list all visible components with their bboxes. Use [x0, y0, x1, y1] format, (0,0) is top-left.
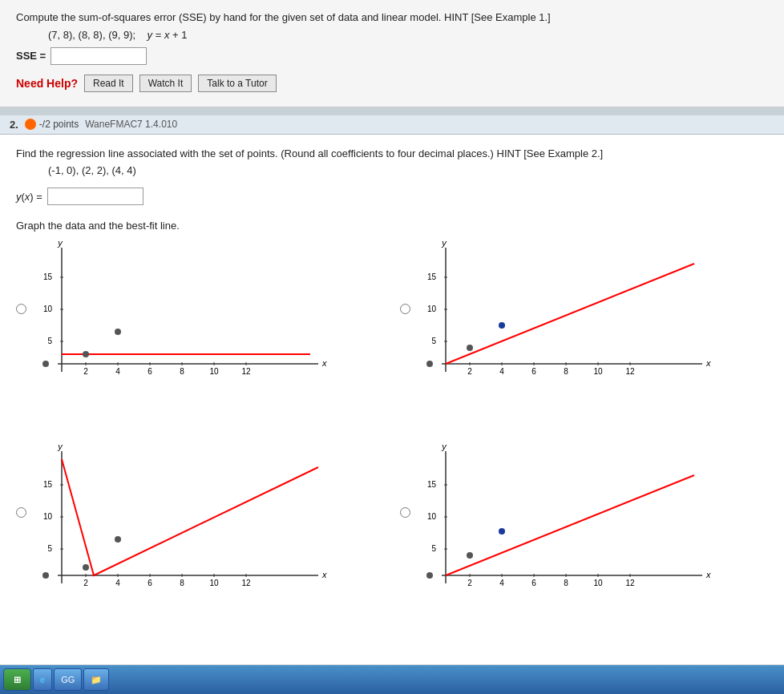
- sse-row: SSE =: [16, 47, 768, 65]
- svg-text:x: x: [321, 570, 327, 579]
- svg-text:12: 12: [241, 579, 251, 587]
- svg-text:6: 6: [148, 367, 152, 376]
- taskbar: ⊞ e GG 📁: [0, 665, 784, 694]
- svg-line-99: [446, 475, 694, 575]
- course-code: WaneFMAC7 1.4.010: [85, 119, 177, 130]
- problem-1-question: Compute the sum-of-squares error (SSE) b…: [16, 10, 768, 26]
- svg-point-25: [115, 329, 121, 335]
- graph-d-svg: y x 15 10 5 2 4 6 8 10: [414, 443, 768, 648]
- graph-section: Graph the data and the best-fit line. y …: [16, 220, 768, 648]
- svg-text:y: y: [57, 443, 63, 451]
- watch-it-button[interactable]: Watch It: [139, 75, 192, 92]
- graph-c-container: y x 15 10 5 2 4 6 8 10: [16, 443, 384, 648]
- graphs-grid: y x 15 10 5 2 4 6 8: [16, 240, 768, 648]
- taskbar-app-folder[interactable]: 📁: [83, 668, 109, 691]
- svg-point-24: [83, 351, 89, 357]
- svg-text:8: 8: [564, 367, 568, 376]
- svg-text:y: y: [441, 443, 447, 451]
- svg-text:y: y: [57, 240, 63, 248]
- problem-1-data: (7, 8), (8, 8), (9, 9); y = x + 1: [48, 29, 768, 41]
- graph-a-radio[interactable]: [16, 304, 26, 314]
- yx-row: y(x) =: [16, 188, 768, 205]
- points-circle-icon: [25, 119, 36, 130]
- svg-text:4: 4: [115, 367, 120, 376]
- taskbar-app-gg[interactable]: GG: [54, 668, 82, 691]
- sse-input[interactable]: [51, 47, 147, 65]
- read-it-button[interactable]: Read It: [84, 75, 133, 92]
- svg-point-76: [115, 536, 121, 543]
- svg-text:10: 10: [43, 305, 53, 313]
- svg-point-75: [83, 564, 89, 571]
- svg-point-101: [467, 552, 473, 559]
- problem-2-header: 2. -/2 points WaneFMAC7 1.4.010: [0, 115, 784, 135]
- section-divider: [0, 107, 784, 115]
- svg-text:10: 10: [593, 579, 603, 587]
- problem-2-body: Find the regression line associated with…: [0, 135, 784, 665]
- app-e-icon: e: [40, 675, 45, 684]
- svg-text:6: 6: [531, 579, 536, 587]
- graph-a-container: y x 15 10 5 2 4 6 8: [16, 240, 384, 435]
- svg-text:10: 10: [593, 367, 603, 376]
- svg-point-49: [426, 361, 433, 367]
- sse-label: SSE =: [16, 50, 46, 62]
- problem-1-section: Compute the sum-of-squares error (SSE) b…: [0, 0, 784, 107]
- app-gg-icon: GG: [61, 675, 75, 684]
- svg-text:12: 12: [625, 579, 635, 587]
- svg-text:12: 12: [241, 367, 251, 376]
- yx-input[interactable]: [47, 188, 143, 205]
- need-help-label: Need Help?: [16, 77, 78, 90]
- problem-2-question: Find the regression line associated with…: [16, 146, 768, 162]
- svg-text:10: 10: [209, 579, 219, 587]
- svg-point-74: [42, 572, 49, 579]
- svg-point-102: [499, 528, 505, 535]
- problem-2-data: (-1, 0), (2, 2), (4, 4): [48, 164, 768, 176]
- start-label: ⊞: [14, 675, 21, 685]
- svg-text:15: 15: [427, 272, 437, 281]
- svg-text:6: 6: [148, 579, 152, 587]
- svg-text:15: 15: [427, 480, 437, 489]
- problem-2-number: 2.: [10, 119, 18, 131]
- graph-a-svg: y x 15 10 5 2 4 6 8: [30, 240, 384, 435]
- svg-text:2: 2: [467, 579, 472, 587]
- svg-text:5: 5: [47, 337, 52, 345]
- svg-text:x: x: [321, 358, 327, 368]
- svg-text:15: 15: [43, 272, 53, 281]
- svg-text:5: 5: [47, 544, 52, 553]
- svg-point-51: [499, 322, 505, 329]
- q2-data-points: (-1, 0), (2, 2), (4, 4): [48, 164, 136, 176]
- graph-d-container: y x 15 10 5 2 4 6 8 10: [400, 443, 768, 648]
- svg-line-48: [446, 264, 694, 364]
- talk-to-tutor-button[interactable]: Talk to a Tutor: [198, 75, 276, 92]
- points-text: -/2 points: [39, 119, 79, 130]
- graph-b-container: y x 15 10 5 2 4 6 8 10: [400, 240, 768, 435]
- svg-text:10: 10: [209, 367, 219, 376]
- need-help-row: Need Help? Read It Watch It Talk to a Tu…: [16, 75, 768, 92]
- svg-text:8: 8: [564, 579, 568, 587]
- svg-text:10: 10: [427, 512, 437, 521]
- yx-label: y(x) =: [16, 191, 42, 203]
- taskbar-app-e[interactable]: e: [33, 668, 52, 691]
- svg-text:6: 6: [531, 367, 536, 376]
- svg-text:8: 8: [180, 367, 184, 376]
- svg-text:10: 10: [427, 305, 437, 313]
- svg-text:4: 4: [499, 367, 504, 376]
- svg-text:12: 12: [625, 367, 635, 376]
- svg-point-23: [42, 361, 49, 367]
- svg-text:2: 2: [83, 579, 88, 587]
- svg-text:5: 5: [431, 337, 436, 345]
- svg-text:8: 8: [180, 579, 184, 587]
- svg-point-50: [467, 345, 473, 351]
- points-badge: -/2 points: [25, 119, 79, 130]
- graph-instructions: Graph the data and the best-fit line.: [16, 220, 768, 232]
- graph-c-svg: y x 15 10 5 2 4 6 8 10: [30, 443, 384, 648]
- graph-d-radio[interactable]: [400, 507, 410, 518]
- graph-c-radio[interactable]: [16, 507, 26, 518]
- data-points-text: (7, 8), (8, 8), (9, 9); y = x + 1: [48, 29, 187, 41]
- svg-text:5: 5: [431, 544, 436, 553]
- start-button[interactable]: ⊞: [3, 668, 31, 691]
- svg-text:4: 4: [499, 579, 504, 587]
- svg-text:2: 2: [467, 367, 472, 376]
- svg-text:10: 10: [43, 512, 53, 521]
- graph-b-radio[interactable]: [400, 304, 410, 314]
- folder-icon: 📁: [91, 675, 102, 685]
